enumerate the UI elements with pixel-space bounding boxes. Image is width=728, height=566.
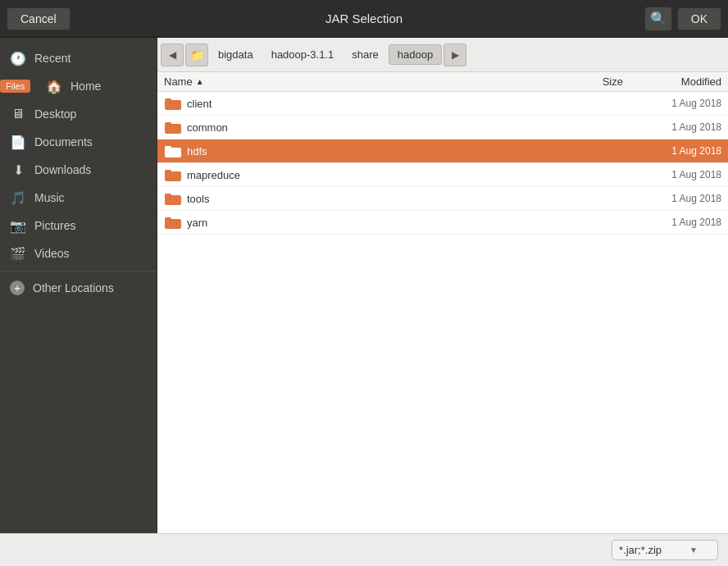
main-container: 🕐 Recent Files 🏠 Home 🖥 Desktop 📄 Docume… — [0, 38, 728, 533]
titlebar-right: 🔍 OK — [644, 7, 721, 31]
file-list: Name ▲ Size Modified client 1 Aug 2018 — [157, 72, 728, 533]
file-name: client — [187, 98, 557, 110]
filter-label: *.jar;*.zip — [619, 544, 662, 556]
file-name: yarn — [187, 217, 557, 229]
file-name: mapreduce — [187, 169, 557, 181]
svg-rect-1 — [165, 98, 171, 102]
filter-dropdown[interactable]: *.jar;*.zip ▼ — [612, 540, 718, 560]
search-button[interactable]: 🔍 — [644, 7, 672, 31]
sidebar-item-downloads[interactable]: ⬇ Downloads — [0, 156, 157, 184]
sidebar-item-home[interactable]: Files 🏠 Home — [0, 72, 157, 100]
breadcrumb-hadoop[interactable]: hadoop — [389, 44, 442, 65]
folder-icon — [164, 167, 182, 182]
ok-button[interactable]: OK — [677, 7, 721, 30]
sidebar-item-music[interactable]: 🎵 Music — [0, 184, 157, 212]
table-row[interactable]: hdfs 1 Aug 2018 — [157, 139, 728, 163]
sidebar-item-label: Pictures — [34, 219, 76, 232]
sort-arrow-icon: ▲ — [196, 77, 204, 86]
dialog-title: JAR Selection — [325, 11, 403, 25]
breadcrumb-share[interactable]: share — [344, 45, 387, 64]
folder-icon — [164, 120, 182, 135]
sidebar-item-label: Downloads — [34, 163, 91, 176]
file-name: tools — [187, 193, 557, 205]
documents-icon: 📄 — [10, 134, 26, 150]
sidebar-divider — [0, 271, 157, 272]
add-icon: + — [10, 281, 25, 295]
sidebar-item-label: Recent — [34, 52, 71, 65]
column-size[interactable]: Size — [557, 75, 623, 88]
table-row[interactable]: yarn 1 Aug 2018 — [157, 211, 728, 235]
breadcrumb-bar: ◀ 📁 bigdata hadoop-3.1.1 share hadoop ▶ — [157, 38, 728, 72]
recent-icon: 🕐 — [10, 50, 26, 66]
cancel-button[interactable]: Cancel — [7, 7, 71, 30]
file-modified: 1 Aug 2018 — [623, 217, 721, 228]
back-button[interactable]: ◀ — [161, 43, 184, 66]
file-rows-container: client 1 Aug 2018 common 1 Aug 2018 hdfs — [157, 92, 728, 235]
sidebar-item-videos[interactable]: 🎬 Videos — [0, 240, 157, 267]
file-list-header: Name ▲ Size Modified — [157, 72, 728, 92]
pictures-icon: 📷 — [10, 217, 26, 234]
file-modified: 1 Aug 2018 — [623, 145, 721, 157]
file-modified: 1 Aug 2018 — [623, 193, 721, 204]
sidebar-item-documents[interactable]: 📄 Documents — [0, 128, 157, 156]
folder-icon — [164, 96, 182, 111]
music-icon: 🎵 — [10, 189, 26, 206]
table-row[interactable]: tools 1 Aug 2018 — [157, 187, 728, 211]
sidebar-item-label: Desktop — [34, 107, 76, 121]
folder-icon — [164, 144, 182, 158]
desktop-icon: 🖥 — [10, 106, 26, 122]
folder-icon — [164, 191, 182, 206]
folder-breadcrumb-icon[interactable]: 📁 — [185, 43, 208, 66]
content-area: ◀ 📁 bigdata hadoop-3.1.1 share hadoop ▶ … — [157, 38, 728, 533]
file-modified: 1 Aug 2018 — [623, 169, 721, 180]
table-row[interactable]: client 1 Aug 2018 — [157, 92, 728, 116]
sidebar-item-pictures[interactable]: 📷 Pictures — [0, 212, 157, 240]
file-modified: 1 Aug 2018 — [623, 98, 721, 109]
column-name[interactable]: Name ▲ — [164, 75, 557, 88]
svg-rect-7 — [165, 170, 171, 173]
folder-icon: 📁 — [190, 48, 204, 62]
file-name: hdfs — [187, 145, 557, 157]
downloads-icon: ⬇ — [10, 162, 26, 178]
table-row[interactable]: common 1 Aug 2018 — [157, 116, 728, 139]
svg-rect-11 — [165, 217, 171, 221]
file-modified: 1 Aug 2018 — [623, 121, 721, 133]
breadcrumb-bigdata[interactable]: bigdata — [210, 45, 262, 64]
file-name: common — [187, 121, 557, 134]
sidebar-item-label: Other Locations — [33, 281, 114, 294]
home-icon: 🏠 — [46, 78, 62, 94]
sidebar-item-desktop[interactable]: 🖥 Desktop — [0, 100, 157, 128]
column-modified[interactable]: Modified — [623, 75, 721, 88]
sidebar-item-label: Videos — [34, 247, 70, 260]
search-icon: 🔍 — [650, 11, 667, 26]
bottom-bar: *.jar;*.zip ▼ — [0, 533, 728, 566]
sidebar-item-label: Home — [71, 80, 101, 93]
forward-button[interactable]: ▶ — [444, 43, 466, 66]
sidebar-item-other-locations[interactable]: + Other Locations — [0, 275, 157, 301]
sidebar: 🕐 Recent Files 🏠 Home 🖥 Desktop 📄 Docume… — [0, 38, 157, 533]
videos-icon: 🎬 — [10, 245, 26, 262]
sidebar-item-recent[interactable]: 🕐 Recent — [0, 44, 157, 72]
svg-rect-9 — [165, 194, 171, 197]
breadcrumb-hadoop-311[interactable]: hadoop-3.1.1 — [263, 45, 343, 64]
svg-rect-3 — [165, 122, 171, 126]
folder-icon — [164, 215, 182, 230]
svg-rect-5 — [165, 146, 171, 149]
dropdown-arrow-icon: ▼ — [689, 545, 698, 555]
titlebar: Cancel JAR Selection 🔍 OK — [0, 0, 728, 38]
sidebar-item-label: Music — [34, 191, 65, 204]
sidebar-item-label: Documents — [34, 135, 93, 148]
files-badge: Files — [0, 80, 30, 93]
table-row[interactable]: mapreduce 1 Aug 2018 — [157, 163, 728, 187]
